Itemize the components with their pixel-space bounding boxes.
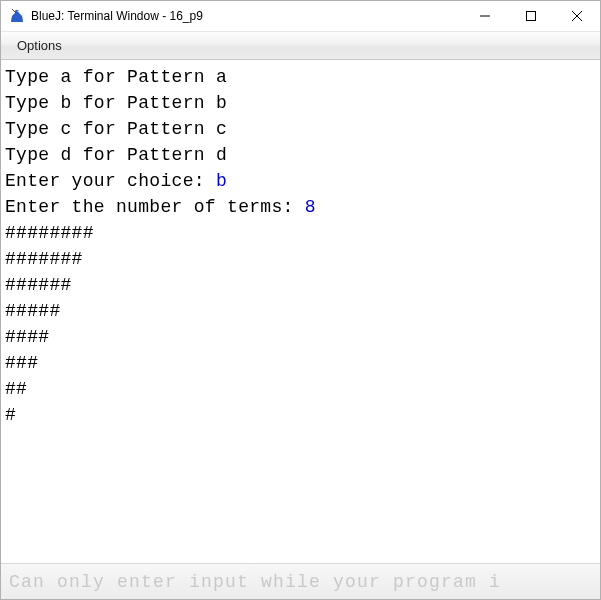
statusbar: Can only enter input while your program … (1, 563, 600, 599)
program-output-text: ######## (5, 223, 94, 243)
program-output-text: ### (5, 353, 38, 373)
program-output-text: #### (5, 327, 49, 347)
terminal-line: ###### (5, 272, 596, 298)
terminal-line: ## (5, 376, 596, 402)
program-output-text: Type c for Pattern c (5, 119, 227, 139)
menu-options[interactable]: Options (7, 35, 72, 56)
terminal-line: ####### (5, 246, 596, 272)
window-title: BlueJ: Terminal Window - 16_p9 (31, 9, 462, 23)
program-output-text: Enter the number of terms: (5, 197, 305, 217)
window-controls (462, 1, 600, 31)
program-output-text: ##### (5, 301, 61, 321)
program-output-text: ####### (5, 249, 83, 269)
maximize-button[interactable] (508, 1, 554, 31)
terminal-line: Enter the number of terms: 8 (5, 194, 596, 220)
minimize-button[interactable] (462, 1, 508, 31)
terminal-line: # (5, 402, 596, 428)
terminal-line: Type a for Pattern a (5, 64, 596, 90)
close-button[interactable] (554, 1, 600, 31)
program-output-text: Enter your choice: (5, 171, 216, 191)
terminal-output[interactable]: Type a for Pattern aType b for Pattern b… (1, 60, 600, 563)
user-input-text: 8 (305, 197, 316, 217)
svg-rect-3 (527, 12, 536, 21)
menubar: Options (1, 32, 600, 60)
bluej-icon (9, 8, 25, 24)
user-input-text: b (216, 171, 227, 191)
titlebar[interactable]: BlueJ: Terminal Window - 16_p9 (1, 1, 600, 32)
program-output-text: Type a for Pattern a (5, 67, 227, 87)
status-message: Can only enter input while your program … (9, 572, 501, 592)
svg-point-1 (17, 11, 19, 13)
terminal-line: Type d for Pattern d (5, 142, 596, 168)
terminal-window: BlueJ: Terminal Window - 16_p9 Options T… (0, 0, 601, 600)
program-output-text: ## (5, 379, 27, 399)
terminal-line: ### (5, 350, 596, 376)
program-output-text: ###### (5, 275, 72, 295)
terminal-line: Type b for Pattern b (5, 90, 596, 116)
terminal-line: ##### (5, 298, 596, 324)
terminal-line: Enter your choice: b (5, 168, 596, 194)
terminal-line: #### (5, 324, 596, 350)
program-output-text: # (5, 405, 16, 425)
terminal-line: Type c for Pattern c (5, 116, 596, 142)
terminal-line: ######## (5, 220, 596, 246)
program-output-text: Type d for Pattern d (5, 145, 227, 165)
program-output-text: Type b for Pattern b (5, 93, 227, 113)
